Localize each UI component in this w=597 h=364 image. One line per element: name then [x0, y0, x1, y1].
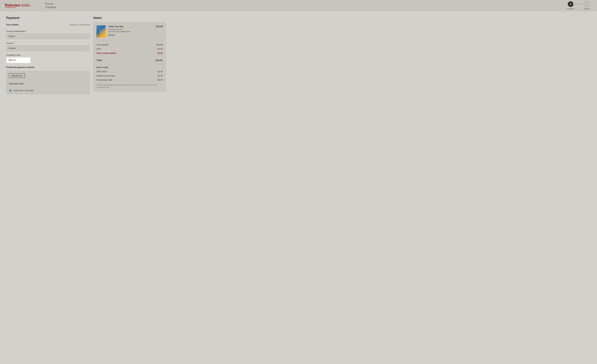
province-field-group: Province/State/Region * Ontario British … [6, 30, 90, 39]
cart-item-format: eBook (EPUB 3, Reflowable) [108, 31, 154, 32]
book-cover-text: I OweYouOne [99, 29, 103, 34]
logo-area: Rakuten kobo SecureCheckout [5, 2, 56, 9]
cart-subtotal-row: Cart subtotal: $13.99 [96, 44, 163, 46]
credit-card-row: Credit card / Visa Debit [6, 87, 90, 94]
province-label: Province/State/Region * [6, 30, 90, 32]
step-connector [575, 4, 583, 4]
store-credit-applied-value: -$1.00 [157, 52, 163, 54]
remaining-value: $0.00 [157, 79, 163, 81]
province-select-wrapper[interactable]: Ontario British Columbia Alberta Quebec … [6, 33, 90, 39]
credit-card-label: Credit card / Visa Debit [13, 89, 33, 92]
step-2-circle: 2 [584, 1, 589, 7]
logo-kobo: kobo [22, 3, 30, 7]
add-gift-card-button[interactable]: Add gift card [9, 73, 25, 78]
header: Rakuten kobo SecureCheckout 1 Payment 2 … [0, 0, 597, 11]
cart-item-author: by Sophie Kinsella [108, 28, 154, 30]
store-credit-applied-label: Store credit applied: [96, 52, 117, 54]
applied-label: Applied to purchase: [96, 75, 116, 77]
total-row: Total: $14.81 [96, 59, 163, 62]
step-1-circle: 1 [568, 1, 573, 7]
logo-underline [5, 7, 16, 8]
credit-card-radio[interactable] [9, 89, 12, 92]
remaining-row: Remaining credit: $0.00 [96, 79, 163, 81]
cart-item-title: I Owe You One [108, 25, 154, 28]
step-2-label: Review [584, 8, 590, 10]
rakuten-kobo-logo[interactable]: Rakuten kobo [5, 3, 30, 8]
gift-card-row: Add gift card [6, 71, 90, 80]
country-select-wrapper[interactable]: Canada United States United Kingdom ⌄ [6, 45, 90, 51]
postal-field-group: Postal/Zip Code * [6, 54, 90, 63]
items-panel: Items I OweYouOne I Owe You One by Sophi… [93, 16, 166, 97]
country-field-group: Country * Canada United States United Ki… [6, 42, 90, 51]
cart-item-price: $13.99 [156, 25, 163, 38]
required-note: * indicates a required field [68, 24, 90, 26]
applied-value: -$1.00 [157, 75, 163, 77]
book-cover: I OweYouOne [96, 25, 106, 38]
transactions-note: All transactions processed by Rakuten Ko… [96, 84, 163, 88]
radio-inner [10, 90, 11, 91]
step-1-label: Payment [567, 8, 574, 10]
step-review: 2 Review [584, 1, 590, 10]
add-promo-code-button[interactable]: Add promo code [9, 82, 23, 85]
store-credit-applied-row: Store credit applied: -$1.00 [96, 52, 163, 54]
your-details-label: Your details [6, 23, 19, 26]
total-label: Total: [96, 59, 102, 62]
hst-value: $1.82 [157, 48, 163, 50]
payment-panel: Payment Your details * indicates a requi… [6, 16, 90, 97]
total-credit-label: Total credit: [96, 70, 107, 73]
checkout-steps: 1 Payment 2 Review [567, 1, 590, 10]
preferred-payment-group: Preferred payment method Add gift card A… [6, 66, 90, 94]
items-box: I OweYouOne I Owe You One by Sophie Kins… [93, 22, 166, 92]
store-credit-section: Store credit Total credit: $1.00 Applied… [96, 66, 163, 81]
items-title: Items [93, 16, 166, 20]
logo-text: Rakuten kobo [5, 3, 30, 7]
country-label: Country * [6, 42, 90, 44]
secure-checkout-text: SecureCheckout [45, 2, 56, 9]
cart-item-details: I Owe You One by Sophie Kinsella eBook (… [108, 25, 154, 38]
cart-subtotal-label: Cart subtotal: [96, 44, 109, 46]
hst-label: HST: [96, 48, 101, 50]
applied-row: Applied to purchase: -$1.00 [96, 75, 163, 77]
cart-subtotal-value: $13.99 [157, 44, 163, 46]
main-content: Payment Your details * indicates a requi… [0, 11, 172, 102]
logo-rakuten: Rakuten [5, 3, 20, 7]
total-value: $14.81 [156, 59, 163, 62]
cart-item: I OweYouOne I Owe You One by Sophie Kins… [96, 25, 163, 41]
province-select[interactable]: Ontario British Columbia Alberta Quebec [6, 33, 90, 39]
preferred-payment-label: Preferred payment method [6, 66, 90, 69]
payment-section-box: Add gift card Add promo code Credit card… [6, 71, 90, 94]
postal-input[interactable] [6, 57, 31, 63]
total-credit-row: Total credit: $1.00 [96, 70, 163, 73]
step-payment: 1 Payment [567, 1, 574, 10]
country-select[interactable]: Canada United States United Kingdom [6, 46, 90, 51]
payment-title: Payment [6, 16, 90, 20]
hst-row: HST: $1.82 [96, 48, 163, 50]
total-credit-value: $1.00 [157, 70, 163, 73]
remaining-label: Remaining credit: [96, 79, 113, 81]
promo-code-row: Add promo code [6, 80, 90, 87]
store-credit-title: Store credit [96, 66, 163, 69]
postal-label: Postal/Zip Code * [6, 54, 90, 56]
your-details-row: Your details * indicates a required fiel… [6, 23, 90, 27]
remove-item-button[interactable]: Remove [108, 34, 115, 36]
